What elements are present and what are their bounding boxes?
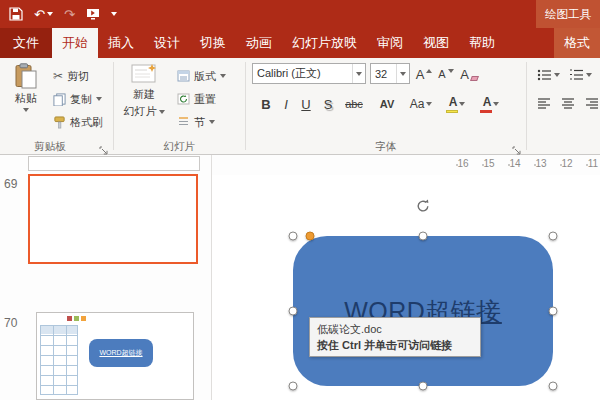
align-right-button[interactable]	[582, 92, 600, 116]
quick-access-toolbar: ↶ ↷	[0, 7, 117, 21]
scissors-icon: ✂	[53, 69, 63, 83]
new-slide-button[interactable]: 新建 幻灯片	[120, 63, 168, 119]
align-right-icon	[585, 98, 599, 110]
redo-icon: ↷	[64, 8, 75, 21]
customize-qat-button[interactable]	[111, 12, 117, 16]
copy-icon	[53, 93, 66, 106]
resize-handle-middle-left[interactable]	[289, 307, 298, 316]
resize-handle-top-left[interactable]	[289, 232, 298, 241]
numbered-list-button[interactable]	[566, 64, 594, 86]
slide-69-thumbnail[interactable]	[28, 174, 198, 264]
resize-handle-top-center[interactable]	[419, 232, 428, 241]
bold-button[interactable]: B	[256, 92, 276, 116]
numbered-list-icon	[569, 69, 584, 81]
strikethrough-button[interactable]: abc	[340, 92, 368, 116]
tab-insert[interactable]: 插入	[98, 28, 144, 58]
thumb-decoration	[67, 316, 72, 321]
bullet-list-button[interactable]	[534, 64, 562, 86]
slides-group-label: 幻灯片	[114, 140, 245, 154]
undo-button[interactable]: ↶	[34, 8, 53, 21]
thumb-decoration	[74, 316, 79, 321]
ruler-number: 12	[559, 158, 575, 169]
italic-button[interactable]: I	[278, 92, 294, 116]
format-painter-button[interactable]: 格式刷	[50, 112, 106, 132]
resize-handle-bottom-right[interactable]	[549, 382, 558, 391]
tab-format[interactable]: 格式	[554, 28, 600, 58]
chevron-down-icon[interactable]	[396, 64, 409, 83]
start-slideshow-button[interactable]	[86, 7, 100, 21]
tab-review[interactable]: 审阅	[367, 28, 413, 58]
decrease-font-size-button[interactable]: A	[436, 64, 456, 84]
ruler-number: 11	[585, 158, 600, 169]
underline-button[interactable]: U	[296, 92, 316, 116]
ruler-number: 13	[533, 158, 549, 169]
tab-home[interactable]: 开始	[52, 28, 98, 58]
tab-animations[interactable]: 动画	[236, 28, 282, 58]
reset-button[interactable]: 重置	[174, 89, 219, 109]
new-slide-icon	[131, 63, 157, 85]
rounded-rectangle-shape[interactable]: WORD超链接	[293, 236, 553, 386]
resize-handle-middle-right[interactable]	[549, 307, 558, 316]
undo-icon: ↶	[34, 8, 45, 21]
chevron-down-icon	[493, 102, 499, 106]
resize-handle-top-right[interactable]	[549, 232, 558, 241]
paste-button[interactable]: 粘贴	[6, 63, 46, 112]
ribbon-tab-row: 文件 开始 插入 设计 切换 动画 幻灯片放映 审阅 视图 帮助 格式	[0, 28, 600, 58]
tab-design[interactable]: 设计	[144, 28, 190, 58]
slide-70-thumbnail[interactable]: WORD超链接	[36, 312, 194, 400]
save-icon	[9, 7, 23, 21]
format-painter-icon	[53, 116, 66, 129]
group-divider	[245, 62, 246, 150]
thumb-decoration	[81, 316, 86, 321]
ruler-number: 16	[455, 158, 471, 169]
font-size-combobox[interactable]: 32	[370, 63, 410, 84]
increase-font-size-button[interactable]: A	[414, 64, 434, 84]
rotate-handle[interactable]	[415, 198, 431, 214]
ruler-number: 15	[481, 158, 497, 169]
font-name-value: Calibri (正文)	[253, 66, 352, 81]
cut-button[interactable]: ✂ 剪切	[50, 66, 92, 86]
copy-button[interactable]: 复制	[50, 89, 105, 109]
chevron-down-icon	[220, 74, 226, 78]
slide-68-thumbnail-partial[interactable]	[28, 156, 200, 171]
redo-button[interactable]: ↷	[64, 8, 75, 21]
section-button[interactable]: 节	[174, 112, 218, 132]
tooltip-instruction: 按住 Ctrl 并单击可访问链接	[317, 337, 473, 353]
shape-adjust-handle[interactable]	[306, 232, 315, 241]
tab-transitions[interactable]: 切换	[190, 28, 236, 58]
clear-formatting-button[interactable]: A	[458, 64, 480, 84]
slide-thumbnail-panel: 69 70 WORD超链接	[0, 155, 212, 400]
resize-handle-bottom-center[interactable]	[419, 382, 428, 391]
chevron-down-icon	[459, 102, 465, 106]
slide-canvas[interactable]: WORD超链接 低碳论文.doc 按住 Ct	[212, 175, 600, 400]
tab-help[interactable]: 帮助	[459, 28, 505, 58]
font-name-combobox[interactable]: Calibri (正文)	[252, 63, 366, 84]
reset-label: 重置	[194, 92, 216, 107]
clipboard-group-label: 剪贴板	[0, 140, 100, 154]
align-center-icon	[561, 98, 575, 110]
resize-handle-bottom-left[interactable]	[289, 382, 298, 391]
character-spacing-button[interactable]: AV	[374, 92, 400, 116]
slide-70-number: 70	[4, 316, 17, 330]
new-slide-label-1: 新建	[133, 87, 155, 102]
save-button[interactable]	[9, 7, 23, 21]
horizontal-ruler: 16 15 14 13 12 11	[212, 155, 600, 175]
tab-view[interactable]: 视图	[413, 28, 459, 58]
tab-spacer	[505, 28, 554, 58]
text-highlight-color-button[interactable]: A	[442, 92, 472, 116]
chevron-down-icon[interactable]	[352, 64, 365, 83]
layout-button[interactable]: 版式	[174, 66, 229, 86]
text-shadow-button[interactable]: S	[318, 92, 338, 116]
align-left-button[interactable]	[534, 92, 554, 116]
font-size-value: 32	[371, 68, 396, 80]
font-color-button[interactable]: A	[476, 92, 506, 116]
reset-icon	[177, 93, 190, 105]
font-color-swatch	[480, 110, 492, 114]
align-center-button[interactable]	[558, 92, 578, 116]
tab-slideshow[interactable]: 幻灯片放映	[282, 28, 367, 58]
tab-file[interactable]: 文件	[0, 28, 52, 58]
bullet-list-icon	[537, 69, 552, 81]
main-content: 69 70 WORD超链接 16 15 14	[0, 155, 600, 400]
new-slide-label-2: 幻灯片	[124, 104, 157, 119]
change-case-button[interactable]: Aa	[406, 92, 436, 116]
